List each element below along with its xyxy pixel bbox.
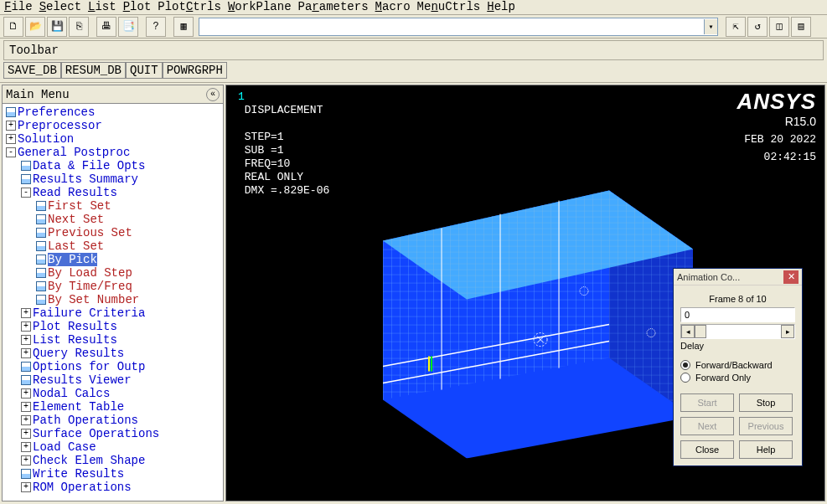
- slider-right-icon[interactable]: ▸: [781, 325, 794, 338]
- expand-icon[interactable]: +: [21, 321, 31, 332]
- grid-icon[interactable]: ▦: [173, 17, 194, 37]
- tree-item[interactable]: +Surface Operations: [3, 427, 223, 440]
- menu-file[interactable]: FFileile: [3, 0, 34, 14]
- expand-icon[interactable]: +: [21, 442, 31, 452]
- menu-plotctrls[interactable]: PlotCtrls: [156, 0, 223, 14]
- leaf-icon[interactable]: [36, 228, 46, 238]
- save-db-button[interactable]: SAVE_DB: [3, 62, 61, 79]
- save-icon[interactable]: 💾: [47, 17, 67, 37]
- tree-item[interactable]: First Set: [3, 199, 223, 213]
- menu-menuctrls[interactable]: MenuCtrls: [416, 0, 483, 14]
- menu-plot[interactable]: Plot: [121, 0, 153, 14]
- menu-parameters[interactable]: Parameters: [297, 0, 370, 14]
- close-icon[interactable]: ✕: [783, 270, 799, 284]
- raise-icon[interactable]: ⇱: [726, 17, 746, 37]
- tree-item[interactable]: Preferences: [3, 105, 223, 119]
- menu-help[interactable]: Help: [485, 0, 517, 14]
- main-menu-tree[interactable]: Preferences+Preprocessor+Solution-Genera…: [3, 104, 223, 501]
- leaf-icon[interactable]: [36, 241, 46, 251]
- tree-item[interactable]: By Pick: [3, 253, 223, 266]
- tree-item[interactable]: +Solution: [3, 132, 223, 146]
- expand-icon[interactable]: +: [6, 134, 16, 144]
- start-button[interactable]: Start: [680, 393, 734, 412]
- leaf-icon[interactable]: [21, 362, 31, 372]
- tree-item[interactable]: Results Summary: [3, 172, 223, 186]
- help-button[interactable]: Help: [739, 440, 793, 459]
- delay-slider[interactable]: ◂ ▸: [680, 324, 795, 339]
- tree-item[interactable]: By Load Step: [3, 266, 223, 280]
- collapse-icon[interactable]: -: [6, 147, 16, 157]
- radio-forward-only[interactable]: Forward Only: [680, 373, 795, 383]
- resum-db-button[interactable]: RESUM_DB: [61, 62, 126, 79]
- command-dropdown[interactable]: ▾: [199, 18, 718, 36]
- graphics-viewport[interactable]: 1 DISPLACEMENT STEP=1 SUB =1 FREQ=10 REA…: [225, 85, 825, 501]
- tree-item[interactable]: +Path Operations: [3, 414, 223, 427]
- leaf-icon[interactable]: [36, 268, 46, 278]
- leaf-icon[interactable]: [36, 201, 46, 211]
- quit-button[interactable]: QUIT: [126, 62, 163, 79]
- tree-item[interactable]: Write Results: [3, 467, 223, 481]
- menu-list[interactable]: List: [86, 0, 118, 14]
- powrgrph-button[interactable]: POWRGRPH: [163, 62, 227, 79]
- previous-button[interactable]: Previous: [739, 417, 793, 435]
- menu-workplane[interactable]: WorkPlane: [226, 0, 293, 14]
- chevron-down-icon[interactable]: ▾: [704, 19, 717, 34]
- expand-icon[interactable]: +: [21, 482, 31, 492]
- leaf-icon[interactable]: [36, 255, 46, 265]
- tree-item[interactable]: Next Set: [3, 213, 223, 226]
- expand-icon[interactable]: +: [21, 348, 31, 358]
- expand-icon[interactable]: +: [21, 429, 31, 439]
- contact-icon[interactable]: ◫: [769, 17, 789, 37]
- leaf-icon[interactable]: [36, 214, 46, 224]
- leaf-icon[interactable]: [21, 174, 31, 184]
- tree-item[interactable]: +List Results: [3, 333, 223, 347]
- tree-item[interactable]: Options for Outp: [3, 360, 223, 373]
- expand-icon[interactable]: +: [21, 415, 31, 425]
- layers-icon[interactable]: ▤: [791, 17, 811, 37]
- expand-icon[interactable]: +: [21, 335, 31, 345]
- tree-item[interactable]: +Plot Results: [3, 320, 223, 333]
- tree-item[interactable]: +Query Results: [3, 347, 223, 360]
- collapse-icon[interactable]: «: [206, 88, 220, 101]
- tree-item[interactable]: Previous Set: [3, 226, 223, 239]
- slider-left-icon[interactable]: ◂: [681, 325, 695, 338]
- report-icon[interactable]: 📑: [118, 17, 138, 37]
- tree-item[interactable]: Data & File Opts: [3, 159, 223, 172]
- tree-item[interactable]: -General Postproc: [3, 146, 223, 159]
- print-icon[interactable]: 🖶: [96, 17, 116, 37]
- tree-item[interactable]: +Failure Criteria: [3, 306, 223, 320]
- tree-item[interactable]: +ROM Operations: [3, 481, 223, 494]
- help-icon[interactable]: ?: [146, 17, 166, 37]
- close-button[interactable]: Close: [680, 440, 734, 459]
- leaf-icon[interactable]: [6, 107, 16, 117]
- leaf-icon[interactable]: [21, 469, 31, 479]
- tree-item[interactable]: +Load Case: [3, 440, 223, 454]
- dialog-titlebar[interactable]: Animation Co... ✕: [674, 269, 802, 285]
- tree-item[interactable]: Last Set: [3, 239, 223, 253]
- reset-icon[interactable]: ↺: [747, 17, 768, 37]
- tree-item[interactable]: By Time/Freq: [3, 280, 223, 293]
- leaf-icon[interactable]: [21, 161, 31, 171]
- stop-button[interactable]: Stop: [739, 393, 793, 412]
- expand-icon[interactable]: +: [21, 402, 31, 412]
- copy-icon[interactable]: ⎘: [69, 17, 89, 37]
- collapse-icon[interactable]: -: [21, 188, 31, 198]
- leaf-icon[interactable]: [36, 295, 46, 305]
- tree-item[interactable]: +Nodal Calcs: [3, 387, 223, 400]
- expand-icon[interactable]: +: [21, 455, 31, 465]
- tree-item[interactable]: Results Viewer: [3, 373, 223, 387]
- slider-thumb[interactable]: [695, 325, 706, 338]
- radio-forward-backward[interactable]: Forward/Backward: [680, 360, 795, 370]
- leaf-icon[interactable]: [36, 281, 46, 291]
- next-button[interactable]: Next: [680, 417, 734, 435]
- tree-item[interactable]: +Preprocessor: [3, 119, 223, 132]
- tree-item[interactable]: +Check Elem Shape: [3, 454, 223, 467]
- open-icon[interactable]: 📂: [25, 17, 45, 37]
- new-icon[interactable]: 🗋: [3, 17, 23, 37]
- menu-macro[interactable]: Macro: [374, 0, 412, 14]
- expand-icon[interactable]: +: [21, 308, 31, 318]
- expand-icon[interactable]: +: [21, 388, 31, 399]
- tree-item[interactable]: By Set Number: [3, 293, 223, 306]
- tree-item[interactable]: +Element Table: [3, 400, 223, 414]
- expand-icon[interactable]: +: [6, 121, 16, 131]
